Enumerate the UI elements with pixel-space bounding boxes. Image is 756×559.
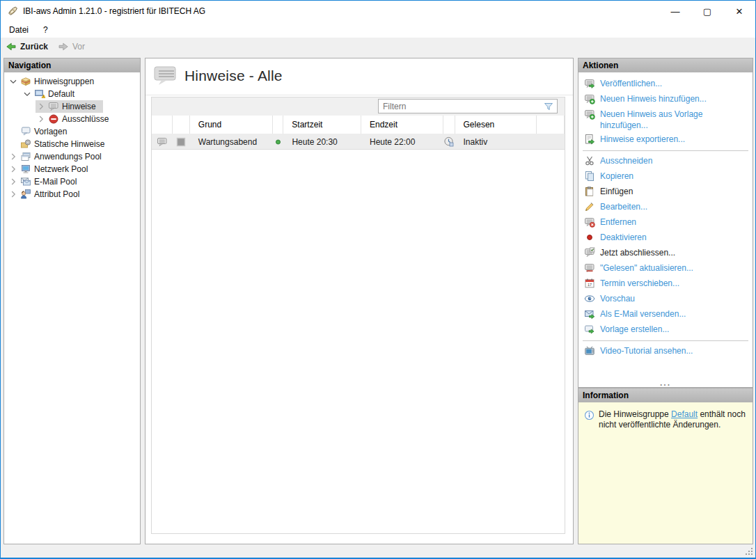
information-header: Information (578, 388, 753, 402)
back-button[interactable]: Zurück (1, 40, 53, 54)
tree-item-default[interactable]: Default (4, 88, 140, 100)
information-text: Die Hinweisgruppe Default enthält noch n… (599, 409, 747, 430)
cell-clock-inactive-icon (443, 134, 455, 150)
tree-item-attribut-pool[interactable]: Attribut Pool (4, 188, 140, 200)
tree-item-ausschlüsse[interactable]: Ausschlüsse (4, 113, 140, 125)
column-header-gelesen[interactable]: Gelesen (455, 116, 537, 134)
chevron-right-icon[interactable] (8, 189, 19, 200)
chevron-right-icon[interactable] (8, 176, 19, 187)
action-kopieren[interactable]: Kopieren (583, 169, 753, 184)
menu-item-[interactable]: ? (37, 23, 54, 37)
page-title: Hinweise - Alle (184, 68, 283, 84)
preview-eye-icon (584, 293, 595, 304)
filter-input[interactable] (379, 102, 543, 111)
tree-item-label: Default (48, 89, 74, 99)
menu-item-datei[interactable]: Datei (3, 23, 35, 37)
content-area: Navigation HinweisgruppenDefaultHinweise… (1, 55, 755, 546)
action-als-e-mail-versenden[interactable]: Als E-Mail versenden... (583, 307, 753, 322)
tree-item-hinweisgruppen[interactable]: Hinweisgruppen (4, 75, 140, 88)
tree-item-vorlagen[interactable]: Vorlagen (4, 125, 140, 138)
action-label: Hinweise exportieren... (600, 134, 685, 145)
add-note-icon (584, 109, 595, 120)
title-bar: IBI-aws Admin 1.21.0 - registriert für I… (1, 1, 755, 22)
action-entfernen[interactable]: Entfernen (583, 215, 753, 230)
action-label: Einfügen (600, 186, 633, 197)
cell-text: Heute 22:00 (361, 134, 443, 150)
action-bearbeiten[interactable]: Bearbeiten... (583, 200, 753, 215)
minimize-button[interactable]: — (659, 1, 691, 22)
navigation-tree: HinweisgruppenDefaultHinweiseAusschlüsse… (4, 72, 140, 200)
main-panel: Hinweise - Alle GrundStartzeitEndzeitGel… (145, 58, 574, 544)
column-header-icon[interactable] (152, 116, 173, 134)
column-header-icon[interactable] (273, 116, 283, 134)
tree-item-label: Statische Hinweise (34, 139, 104, 149)
action-label: Als E-Mail versenden... (600, 308, 686, 320)
column-header-endzeit[interactable]: Endzeit (361, 116, 443, 134)
chevron-right-icon[interactable] (8, 151, 19, 162)
filter-funnel-icon[interactable] (543, 101, 554, 112)
action-vorlage-erstellen[interactable]: Vorlage erstellen... (583, 322, 753, 338)
static-hint-icon (20, 139, 31, 150)
navigation-header: Navigation (4, 58, 140, 72)
video-tutorial-icon (584, 345, 595, 356)
action-termin-verschieben[interactable]: 17Termin verschieben... (583, 276, 753, 292)
column-header-grund[interactable]: Grund (190, 116, 274, 134)
action-deaktivieren[interactable]: Deaktivieren (583, 230, 753, 246)
chevron-right-icon[interactable] (36, 113, 47, 125)
table-row[interactable]: WartungsabendHeute 20:30Heute 22:00Inakt… (152, 134, 565, 150)
actions-header: Aktionen (578, 58, 753, 72)
action-label: Deaktivieren (600, 232, 647, 243)
action-veröffentlichen[interactable]: Veröffentlichen... (583, 77, 753, 92)
hint-group-box-icon (20, 76, 31, 87)
tree-item-label: Hinweise (62, 102, 96, 111)
actions-overflow-dots[interactable]: ... (578, 380, 753, 386)
action-einfügen: Einfügen (583, 184, 753, 200)
tree-item-e-mail-pool[interactable]: E-Mail Pool (4, 175, 140, 188)
tree-item-anwendungs-pool[interactable]: Anwendungs Pool (4, 150, 140, 163)
action-neuen-hinweis-aus-vorlage-hinzufügen[interactable]: Neuen Hinweis aus Vorlage hinzufügen... (583, 107, 753, 132)
chevron-spacer (8, 139, 19, 150)
close-button[interactable]: ✕ (723, 1, 755, 22)
toolbar: Zurück Vor (1, 38, 755, 55)
create-template-icon (584, 324, 595, 335)
action-vorschau[interactable]: Vorschau (583, 292, 753, 307)
filter-row (152, 97, 565, 116)
tree-item-netzwerk-pool[interactable]: Netzwerk Pool (4, 163, 140, 175)
action-ausschneiden[interactable]: Ausschneiden (583, 154, 753, 169)
column-header-icon[interactable] (443, 116, 455, 134)
back-arrow-icon (6, 41, 17, 52)
default-group-link[interactable]: Default (671, 409, 698, 419)
action-neuen-hinweis-hinzufügen[interactable]: Neuen Hinweis hinzufügen... (583, 92, 753, 107)
tree-item-hinweise[interactable]: Hinweise (4, 100, 140, 113)
hand-pointer-icon (7, 6, 19, 17)
column-header-startzeit[interactable]: Startzeit (283, 116, 361, 134)
action-label: "Gelesen" aktualisieren... (600, 262, 693, 274)
tree-item-label: Ausschlüsse (62, 114, 109, 124)
action-hinweise-exportieren[interactable]: Hinweise exportieren... (583, 132, 753, 148)
cell-text: Inaktiv (455, 134, 537, 150)
action-label: Termin verschieben... (600, 278, 679, 289)
chevron-down-icon[interactable] (8, 76, 19, 87)
maximize-button[interactable]: ▢ (691, 1, 723, 22)
cell-green-dot-icon (273, 134, 283, 150)
action-label: Bearbeiten... (600, 201, 647, 212)
chevron-right-icon[interactable] (8, 164, 19, 175)
tree-item-label: Netzwerk Pool (34, 164, 88, 174)
action-video-tutorial-ansehen[interactable]: Video-Tutorial ansehen... (583, 344, 753, 359)
action-label: Veröffentlichen... (600, 78, 662, 89)
tree-item-label: Vorlagen (34, 127, 67, 136)
column-header-icon[interactable] (537, 116, 565, 134)
chevron-down-icon[interactable] (22, 88, 33, 100)
column-header-icon[interactable] (173, 116, 190, 134)
cell-gray-square-icon (173, 134, 190, 150)
forward-label: Vor (72, 42, 85, 52)
actions-panel: Aktionen Veröffentlichen...Neuen Hinweis… (578, 58, 753, 388)
action-gelesen-aktualisieren[interactable]: "Gelesen" aktualisieren... (583, 261, 753, 276)
svg-text:17: 17 (588, 283, 592, 287)
action-label: Vorschau (600, 293, 635, 304)
cut-icon (584, 155, 595, 166)
tree-item-statische-hinweise[interactable]: Statische Hinweise (4, 138, 140, 150)
chevron-right-icon[interactable] (36, 101, 47, 112)
green-dot-icon (273, 136, 283, 148)
resize-grip[interactable] (745, 547, 754, 556)
